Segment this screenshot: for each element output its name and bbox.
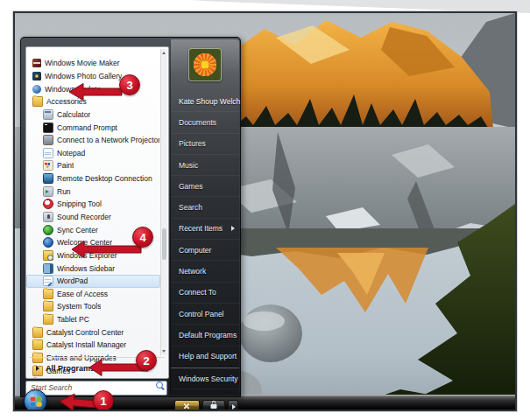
- power-button-row: [170, 398, 238, 411]
- movie-maker-icon: [32, 59, 41, 67]
- flyout-arrow-icon: [231, 226, 235, 231]
- start-menu-item-music[interactable]: Music: [171, 155, 239, 176]
- calculator-icon: [43, 109, 53, 120]
- start-menu-item-catalyst-install-manager[interactable]: Catalyst Install Manager: [26, 339, 160, 352]
- step-badge-1: 1: [93, 390, 114, 411]
- start-menu-item-windows-explorer[interactable]: Windows Explorer: [26, 249, 160, 262]
- command-prompt-icon: [43, 122, 53, 133]
- start-menu-item-sound-recorder[interactable]: Sound Recorder: [26, 211, 160, 224]
- programs-list: Windows Movie Maker Windows Photo Galler…: [26, 57, 160, 379]
- start-menu-item-ease-of-access[interactable]: Ease of Access: [26, 288, 160, 301]
- start-menu-item-default-programs[interactable]: Default Programs: [171, 325, 239, 346]
- folder-icon: [32, 340, 43, 350]
- windows-logo-icon: [30, 396, 41, 406]
- start-menu-item-calculator[interactable]: Calculator: [26, 108, 160, 122]
- start-menu-item-catalyst-control-center[interactable]: Catalyst Control Center: [26, 326, 160, 339]
- start-menu-item-snipping-tool[interactable]: Snipping Tool: [26, 198, 160, 211]
- scroll-up-icon[interactable]: [161, 49, 167, 57]
- start-menu-item-windows-update[interactable]: Windows Update: [26, 82, 160, 95]
- start-menu-item-recent-items[interactable]: Recent Items: [171, 219, 239, 240]
- start-menu-item-wordpad[interactable]: WordPad: [26, 275, 160, 288]
- wordpad-icon: [43, 276, 53, 286]
- start-menu-item-computer[interactable]: Computer: [171, 240, 239, 261]
- remote-desktop-icon: [43, 173, 53, 184]
- start-menu-item-system-tools[interactable]: System Tools: [26, 300, 160, 313]
- folder-icon: [43, 301, 53, 312]
- user-name: Kate Shoup Welch: [171, 91, 239, 112]
- start-button[interactable]: [24, 389, 47, 411]
- start-menu-item-connect-to[interactable]: Connect To: [171, 283, 239, 304]
- scrollbar-thumb[interactable]: [162, 228, 167, 260]
- start-menu-item-command-prompt[interactable]: Command Prompt: [26, 121, 160, 134]
- start-menu-right-panel: Kate Shoup Welch Documents Pictures Musi…: [170, 39, 239, 395]
- start-menu-item-windows-security[interactable]: Windows Security: [171, 368, 239, 389]
- lock-icon: [211, 404, 217, 409]
- all-programs-arrow-icon: [36, 366, 39, 371]
- run-icon: [43, 186, 53, 197]
- start-menu-item-run[interactable]: Run: [26, 185, 160, 198]
- sound-recorder-icon: [43, 212, 53, 222]
- start-menu-item-search[interactable]: Search: [171, 197, 239, 218]
- snipping-tool-icon: [43, 199, 53, 209]
- shutdown-button[interactable]: [174, 400, 200, 411]
- windows-sidebar-icon: [43, 263, 53, 274]
- start-menu-item-network[interactable]: Network: [171, 261, 239, 282]
- step-badge-2: 2: [136, 350, 157, 371]
- start-menu-item-documents[interactable]: Documents: [171, 112, 239, 133]
- step-badge-4: 4: [132, 227, 153, 248]
- programs-scrollbar[interactable]: [160, 49, 167, 355]
- start-menu-item-windows-movie-maker[interactable]: Windows Movie Maker: [26, 57, 160, 70]
- start-menu-item-connect-to-a-network-projector[interactable]: Connect to a Network Projector: [26, 134, 160, 147]
- start-menu-item-remote-desktop-connection[interactable]: Remote Desktop Connection: [26, 172, 160, 186]
- start-menu-item-control-panel[interactable]: Control Panel: [171, 304, 239, 325]
- folder-icon: [32, 96, 43, 107]
- welcome-center-icon: [43, 237, 53, 248]
- start-menu-item-tablet-pc[interactable]: Tablet PC: [26, 313, 160, 326]
- start-menu-item-help-and-support[interactable]: Help and Support: [171, 346, 239, 368]
- start-menu-programs-panel: Windows Movie Maker Windows Photo Galler…: [25, 46, 169, 379]
- start-menu-item-paint[interactable]: Paint: [26, 159, 160, 172]
- power-options-button[interactable]: [228, 400, 238, 411]
- windows-explorer-icon: [43, 250, 53, 261]
- start-menu-item-windows-sidebar[interactable]: Windows Sidebar: [26, 262, 160, 275]
- paint-icon: [43, 160, 53, 171]
- start-menu-item-pictures[interactable]: Pictures: [171, 134, 239, 155]
- folder-icon: [43, 314, 53, 325]
- start-menu-item-games-link[interactable]: Games: [171, 176, 239, 197]
- projector-icon: [43, 135, 53, 145]
- windows-update-icon: [32, 85, 41, 94]
- sync-center-icon: [43, 225, 53, 235]
- desktop-screenshot: Windows Movie Maker Windows Photo Galler…: [13, 11, 517, 411]
- lock-button[interactable]: [202, 400, 226, 411]
- folder-icon: [43, 289, 53, 299]
- folder-icon: [32, 327, 43, 338]
- search-icon: [156, 382, 163, 388]
- notepad-icon: [43, 148, 53, 158]
- start-menu-item-windows-photo-gallery[interactable]: Windows Photo Gallery: [26, 70, 160, 83]
- step-badge-3: 3: [119, 74, 140, 95]
- start-menu-item-accessories[interactable]: Accessories: [26, 95, 160, 108]
- photo-gallery-icon: [32, 72, 41, 80]
- scroll-down-icon[interactable]: [161, 347, 167, 355]
- search-box: [25, 378, 167, 393]
- user-avatar[interactable]: [188, 48, 222, 81]
- start-menu-item-notepad[interactable]: Notepad: [26, 146, 160, 159]
